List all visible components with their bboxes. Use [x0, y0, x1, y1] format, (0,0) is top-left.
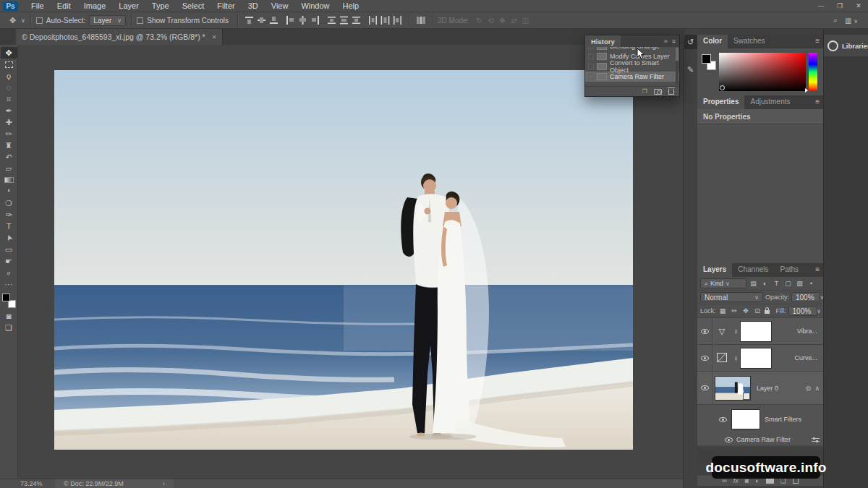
search-icon[interactable]: ⌕ [833, 16, 838, 25]
distribute-bottom-edges-icon[interactable] [350, 14, 362, 26]
notes-panel-button[interactable]: ✎ [684, 62, 697, 77]
layer-row-layer0[interactable]: Layer 0 ◎ ∧ [697, 372, 823, 405]
tab-adjustments[interactable]: Adjustments [744, 95, 796, 109]
pen-tool[interactable]: ✑ [1, 209, 17, 221]
smart-filter-toggle-icon[interactable]: ◎ [806, 385, 812, 392]
align-bottom-edges-icon[interactable] [268, 14, 280, 26]
eraser-tool[interactable]: ▱ [1, 163, 17, 174]
align-right-edges-icon[interactable] [309, 14, 321, 26]
close-tab-icon[interactable]: ✕ [212, 34, 217, 40]
auto-align-layers-icon[interactable] [414, 14, 427, 26]
quick-mask-button[interactable]: ◙ [1, 310, 17, 322]
smart-filters-row[interactable]: Smart Filters [697, 405, 823, 434]
distribute-left-edges-icon[interactable] [367, 14, 379, 26]
history-brush-tool[interactable]: ↶ [1, 151, 17, 163]
layer-row-vibrance[interactable]: ▽ ∞ Vibra... [697, 318, 823, 345]
brush-tool[interactable]: ✏ [1, 128, 17, 140]
layer-mask-thumbnail[interactable] [740, 348, 772, 369]
3d-rotate-icon[interactable]: ↻ [473, 17, 485, 25]
delete-layer-icon[interactable] [793, 478, 799, 484]
align-horizontal-centers-icon[interactable] [297, 14, 309, 26]
align-vertical-centers-icon[interactable] [255, 14, 268, 26]
document-tab[interactable]: © Depositphotos_6485593_xl.jpg @ 73.2% (… [16, 29, 223, 45]
auto-select-target-dropdown[interactable]: Layer ∨ [89, 15, 126, 26]
foreground-color-swatch[interactable] [702, 54, 711, 64]
lock-artboard-icon[interactable]: ⊡ [753, 307, 762, 314]
menu-3d[interactable]: 3D [242, 0, 265, 12]
3d-slide-icon[interactable]: ⇄ [508, 17, 519, 25]
menu-layer[interactable]: Layer [112, 0, 145, 12]
layer-name[interactable]: Curve... [794, 354, 817, 361]
tab-channels[interactable]: Channels [732, 263, 774, 277]
new-snapshot-icon[interactable] [654, 89, 662, 95]
tab-properties[interactable]: Properties [697, 95, 744, 109]
tab-layers[interactable]: Layers [697, 263, 732, 277]
document-info[interactable]: © Doc: 22.9M/22.9M › [55, 479, 174, 488]
hue-slider[interactable] [809, 53, 817, 91]
eye-icon[interactable] [725, 437, 733, 442]
menu-file[interactable]: File [25, 0, 51, 12]
filter-kind-dropdown[interactable]: ⌕ Kind ∨ [700, 278, 746, 288]
auto-select-checkbox[interactable] [36, 17, 43, 24]
history-source-checkbox[interactable] [588, 64, 594, 69]
scrollbar-thumb[interactable] [676, 48, 678, 61]
tab-swatches[interactable]: Swatches [728, 35, 770, 48]
close-button[interactable]: ✕ [849, 0, 868, 12]
foreground-background-swatches[interactable] [2, 294, 16, 308]
camera-raw-filter-row[interactable]: Camera Raw Filter [697, 434, 823, 446]
panel-menu-icon[interactable]: ≡ [812, 35, 823, 48]
3d-drag-icon[interactable]: ✥ [496, 17, 508, 25]
canvas-area[interactable] [18, 45, 683, 479]
filter-pixel-layers-icon[interactable]: ▤ [749, 280, 758, 287]
opacity-dropdown[interactable]: 100% ∨ [791, 292, 820, 302]
crop-tool[interactable]: ⌗ [1, 93, 17, 105]
tab-color[interactable]: Color [697, 35, 728, 48]
visibility-toggle[interactable] [697, 318, 712, 344]
screen-mode-button[interactable]: ❏ [1, 322, 17, 333]
menu-view[interactable]: View [265, 0, 295, 12]
history-source-checkbox[interactable] [588, 47, 594, 49]
move-tool-icon[interactable]: ✥ [4, 14, 21, 26]
distribute-right-edges-icon[interactable] [391, 14, 404, 26]
libraries-panel-tab[interactable]: Libraries [824, 35, 868, 56]
edit-toolbar-button[interactable]: ⋯ [1, 278, 17, 290]
filter-shape-layers-icon[interactable]: ▢ [783, 280, 793, 287]
layer-name[interactable]: Layer 0 [757, 385, 778, 392]
quick-selection-tool[interactable]: ◌ [1, 82, 17, 93]
blur-tool[interactable]: ❛ [1, 186, 17, 197]
new-document-from-state-icon[interactable]: ❐ [642, 88, 647, 95]
collapse-caret-icon[interactable]: ∧ [814, 385, 820, 392]
blend-mode-dropdown[interactable]: Normal ∨ [700, 292, 763, 302]
collapse-panel-icon[interactable]: » [664, 38, 668, 45]
menu-image[interactable]: Image [77, 0, 113, 12]
layer-thumbnail[interactable] [715, 376, 751, 401]
tab-paths[interactable]: Paths [775, 263, 805, 277]
gradient-tool[interactable] [1, 174, 17, 186]
visibility-toggle[interactable] [697, 372, 712, 404]
filter-smart-objects-icon[interactable]: ▧ [795, 280, 804, 287]
filter-toggle-icon[interactable]: • [807, 280, 816, 287]
eyedropper-tool[interactable]: ✒ [1, 105, 17, 116]
delete-state-icon[interactable] [668, 89, 674, 95]
spot-healing-brush-tool[interactable]: ✚ [1, 116, 17, 128]
3d-scale-icon[interactable]: ◫ [519, 17, 531, 25]
panel-menu-icon[interactable]: ≡ [672, 38, 676, 45]
align-left-edges-icon[interactable] [284, 14, 297, 26]
menu-window[interactable]: Window [294, 0, 336, 12]
panel-menu-icon[interactable]: ≡ [812, 263, 823, 277]
filter-blending-options-icon[interactable] [812, 437, 820, 443]
hue-slider-marker[interactable] [805, 88, 808, 93]
filter-adjustment-layers-icon[interactable]: ◐ [760, 280, 770, 287]
lock-all-icon[interactable] [765, 310, 770, 314]
distribute-horizontal-centers-icon[interactable] [379, 14, 391, 26]
foreground-background-swatches[interactable] [702, 54, 716, 70]
foreground-color-swatch[interactable] [2, 294, 10, 301]
visibility-toggle[interactable] [697, 345, 712, 371]
layer-name[interactable]: Vibra... [797, 328, 817, 335]
menu-help[interactable]: Help [336, 0, 366, 12]
distribute-top-edges-icon[interactable] [326, 14, 338, 26]
menu-select[interactable]: Select [176, 0, 211, 12]
rectangular-marquee-tool[interactable] [1, 59, 17, 70]
filter-mask-thumbnail[interactable] [731, 409, 760, 429]
zoom-tool[interactable]: ⌕ [1, 267, 17, 278]
